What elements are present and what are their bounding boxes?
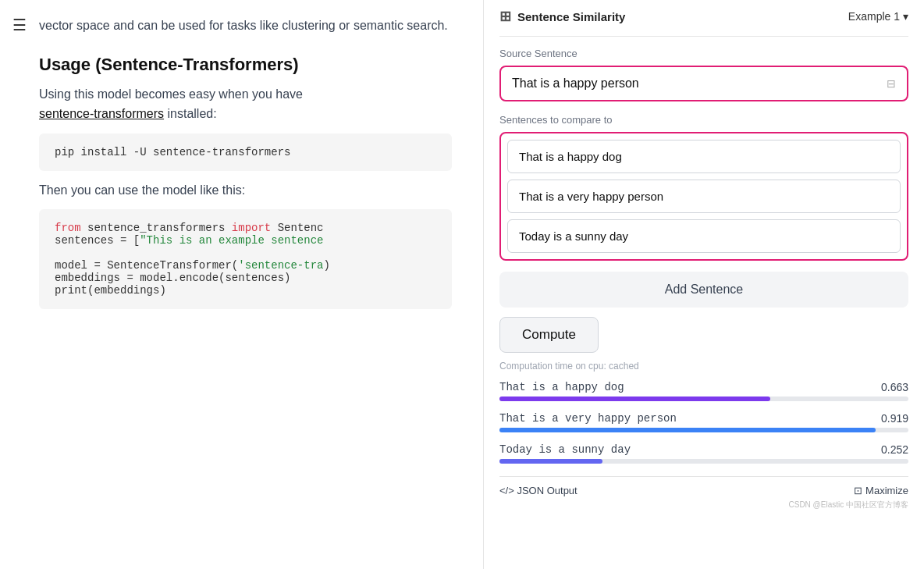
compare-sentences-box (499, 132, 908, 261)
result-score-1: 0.663 (881, 381, 908, 393)
progress-bar-fill-2 (499, 428, 876, 432)
result-score-3: 0.252 (881, 443, 908, 456)
source-sentence-input[interactable] (512, 76, 887, 91)
compare-section-label: Sentences to compare to (499, 114, 908, 126)
code-line-5: print(embeddings) (55, 284, 436, 297)
result-score-2: 0.919 (881, 412, 908, 425)
add-sentence-button[interactable]: Add Sentence (499, 272, 908, 308)
compare-input-2[interactable] (507, 180, 901, 213)
code-line-1: from sentence_transformers import Senten… (55, 222, 436, 234)
maximize-link[interactable]: ⊡ Maximize (854, 485, 908, 496)
right-header: ⊞ Sentence Similarity Example 1 ▾ (499, 0, 908, 37)
result-item-1: That is a happy dog 0.663 (499, 381, 908, 401)
menu-icon[interactable]: ☰ (12, 16, 27, 34)
result-item-2: That is a very happy person 0.919 (499, 412, 908, 432)
result-item-3: Today is a sunny day 0.252 (499, 443, 908, 464)
usage-text: Using this model becomes easy when you h… (39, 84, 452, 124)
usage-prefix: Using this model becomes easy when you h… (39, 87, 303, 101)
results-list: That is a happy dog 0.663 That is a very… (499, 381, 908, 464)
left-panel: ☰ vector space and can be used for tasks… (0, 0, 484, 569)
result-sentence-3: Today is a sunny day (499, 443, 631, 456)
sentence-transformers-link[interactable]: sentence-transformers (39, 107, 164, 120)
source-section-label: Source Sentence (499, 48, 908, 59)
header-left: ⊞ Sentence Similarity (499, 8, 625, 25)
copy-icon[interactable]: ⊟ (887, 77, 896, 90)
watermark: CSDN @Elastic 中国社区官方博客 (499, 500, 908, 510)
code-line-4: embeddings = model.encode(sentences) (55, 272, 436, 284)
header-right: Example 1 ▾ (848, 10, 908, 23)
source-sentence-input-wrapper: ⊟ (499, 66, 908, 101)
json-output-link[interactable]: </> JSON Output (499, 485, 578, 496)
example-select[interactable]: Example 1 ▾ (848, 10, 908, 23)
progress-bar-fill-3 (499, 459, 602, 464)
progress-bar-bg-2 (499, 428, 908, 432)
progress-bar-bg-3 (499, 459, 908, 464)
panel-title: Sentence Similarity (517, 10, 625, 23)
compare-input-1[interactable] (507, 140, 901, 173)
then-text: Then you can use the model like this: (39, 180, 452, 201)
compare-input-3[interactable] (507, 219, 901, 253)
code-line-2: sentences = ["This is an example sentenc… (55, 234, 436, 247)
pip-code-block: pip install -U sentence-transformers (39, 133, 452, 171)
chevron-down-icon: ▾ (903, 10, 908, 23)
code-block: from sentence_transformers import Senten… (39, 209, 452, 309)
code-line-3: model = SentenceTransformer('sentence-tr… (55, 259, 436, 272)
similarity-icon: ⊞ (499, 8, 511, 25)
compute-button[interactable]: Compute (499, 317, 599, 353)
usage-heading: Usage (Sentence-Transformers) (39, 55, 452, 75)
computation-time: Computation time on cpu: cached (499, 361, 908, 372)
intro-text: vector space and can be used for tasks l… (39, 16, 452, 36)
example-label: Example 1 (848, 10, 900, 23)
result-sentence-1: That is a happy dog (499, 381, 624, 393)
right-panel: ⊞ Sentence Similarity Example 1 ▾ Source… (484, 0, 924, 569)
progress-bar-bg-1 (499, 397, 908, 401)
bottom-bar: </> JSON Output ⊡ Maximize (499, 476, 908, 496)
progress-bar-fill-1 (499, 397, 770, 401)
result-sentence-2: That is a very happy person (499, 412, 677, 425)
